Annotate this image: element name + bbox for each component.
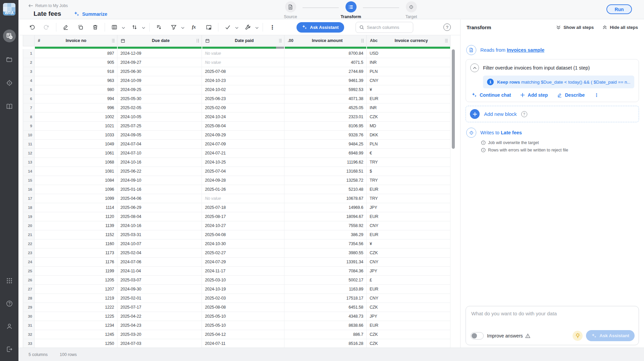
describe-button[interactable]: Describe <box>557 92 585 98</box>
row-number[interactable]: 15 <box>23 176 35 185</box>
cell[interactable]: 6451.58 <box>284 303 367 312</box>
cell[interactable]: CNY <box>367 221 450 230</box>
cell[interactable]: CZK <box>367 249 450 257</box>
cell[interactable]: CZK <box>367 112 450 121</box>
cell[interactable]: EUR <box>367 285 450 294</box>
cell[interactable]: 2025-06-29 <box>117 203 202 212</box>
cell[interactable]: 4525.05 <box>284 103 367 112</box>
cell[interactable]: $ <box>367 167 450 176</box>
cell[interactable]: 2025-02-01 <box>117 294 202 303</box>
add-step-button[interactable]: Add step <box>520 92 548 98</box>
cell[interactable]: 980 <box>35 85 117 94</box>
row-number[interactable]: 32 <box>23 330 35 339</box>
cell[interactable]: 1081 <box>35 167 117 176</box>
add-block-help-icon[interactable]: ? <box>521 111 527 117</box>
sidebar-item-apps[interactable] <box>3 274 16 287</box>
cell[interactable]: 2025-07-25 <box>117 122 202 130</box>
cell[interactable]: 994 <box>35 94 117 103</box>
cell[interactable]: 1219 <box>35 294 117 303</box>
cell[interactable]: JPY <box>367 203 450 212</box>
row-number[interactable]: 26 <box>23 276 35 284</box>
cell[interactable]: 1084 <box>35 176 117 185</box>
cell[interactable]: 2323.01 <box>284 112 367 121</box>
row-number[interactable]: 2 <box>23 58 35 67</box>
cell[interactable]: EUR <box>367 185 450 194</box>
cell[interactable]: 2024-09-28 <box>202 176 284 185</box>
block-more-button[interactable]: ⋮ <box>594 92 599 98</box>
cell[interactable]: CZK <box>367 330 450 339</box>
cell[interactable]: 2024-09-27 <box>117 58 202 67</box>
cell[interactable]: 2024-10-16 <box>117 221 202 230</box>
cell[interactable]: 13168.51 <box>284 167 367 176</box>
cell[interactable]: CNY <box>367 258 450 266</box>
cell[interactable]: 6948.99 <box>284 149 367 157</box>
cell[interactable]: 7084.36 <box>284 267 367 275</box>
cell[interactable]: 1033 <box>35 131 117 139</box>
cell[interactable]: 2024-09-30 <box>117 285 202 294</box>
app-logo[interactable]: WRA <box>3 3 15 15</box>
sidebar-item-help[interactable] <box>3 297 16 310</box>
cell[interactable]: 2024-07-03 <box>117 339 202 348</box>
cell[interactable]: PLN <box>367 67 450 76</box>
cell[interactable]: 2025-08-08 <box>202 303 284 312</box>
cell[interactable]: DKK <box>367 131 450 139</box>
row-number[interactable]: 11 <box>23 140 35 148</box>
filter-button[interactable] <box>168 22 179 33</box>
cell[interactable]: 9461.39 <box>284 76 367 85</box>
cell[interactable]: 1002 <box>35 112 117 121</box>
cell[interactable]: 2024-10-07 <box>117 239 202 248</box>
sidebar-item-account[interactable] <box>3 320 16 333</box>
toolbar-help-button[interactable]: ? <box>443 24 451 31</box>
cell[interactable]: 1160 <box>35 239 117 248</box>
column-menu-icon[interactable] <box>445 39 448 43</box>
cell[interactable]: PLN <box>367 140 450 148</box>
cell[interactable]: 1207 <box>35 285 117 294</box>
row-number[interactable]: 33 <box>23 339 35 348</box>
row-number[interactable]: 17 <box>23 194 35 203</box>
cell[interactable]: 2025-07-17 <box>117 303 202 312</box>
cell[interactable]: 2025-08-04 <box>117 212 202 221</box>
cell[interactable]: 9328.76 <box>284 131 367 139</box>
row-number[interactable]: 1 <box>23 49 35 58</box>
cell[interactable]: INR <box>367 58 450 67</box>
chevron-down-icon[interactable] <box>235 24 238 30</box>
cell[interactable]: 8106.95 <box>284 122 367 130</box>
cell[interactable]: MD <box>367 122 450 130</box>
edit-cell-button[interactable] <box>60 22 71 33</box>
cell[interactable]: 996 <box>35 103 117 112</box>
column-menu-icon[interactable] <box>279 39 282 43</box>
cell[interactable]: 2024-10-30 <box>202 239 284 248</box>
cell[interactable]: 2024-11-04 <box>117 267 202 275</box>
cell[interactable]: JPY <box>367 267 450 275</box>
cell[interactable]: 2024-10-23 <box>202 76 284 85</box>
writes-to-row[interactable]: Writes to Late fees <box>466 128 639 138</box>
column-header-invoice-currency[interactable]: AbcInvoice currency <box>367 35 450 46</box>
cell[interactable]: 1250 <box>35 339 117 348</box>
reads-from-node[interactable]: Reads from Invoices sample <box>466 45 639 55</box>
cell[interactable]: 1163.89 <box>284 285 367 294</box>
cell[interactable]: 2024-12-09 <box>117 49 202 58</box>
cell[interactable]: 2025-05-10 <box>202 321 284 330</box>
cell[interactable]: 2024-07-21 <box>202 149 284 157</box>
improve-answers-toggle[interactable] <box>471 332 484 340</box>
row-number[interactable]: 3 <box>23 67 35 76</box>
row-number[interactable]: 7 <box>23 103 35 112</box>
cell[interactable]: 11196.62 <box>284 158 367 167</box>
sidebar-item-projects[interactable] <box>3 53 16 66</box>
cell[interactable]: 9484.25 <box>284 140 367 148</box>
cell[interactable]: 1139 <box>35 221 117 230</box>
cell[interactable]: 8516.28 <box>284 339 367 348</box>
cell[interactable]: 3980.55 <box>284 249 367 257</box>
redo-button[interactable] <box>41 22 52 33</box>
cell[interactable]: TRY <box>367 194 450 203</box>
row-number[interactable]: 14 <box>23 167 35 176</box>
lookup-button[interactable] <box>203 22 214 33</box>
cell[interactable]: 2024-07-11 <box>202 339 284 348</box>
cell[interactable]: 1234 <box>35 321 117 330</box>
cell[interactable]: CNY <box>367 76 450 85</box>
cell[interactable]: No value <box>202 58 284 67</box>
row-number[interactable]: 6 <box>23 94 35 103</box>
cell[interactable]: 897 <box>35 49 117 58</box>
cell[interactable]: 2024-09-05 <box>117 131 202 139</box>
hide-all-steps-button[interactable]: Hide all steps <box>602 25 638 30</box>
